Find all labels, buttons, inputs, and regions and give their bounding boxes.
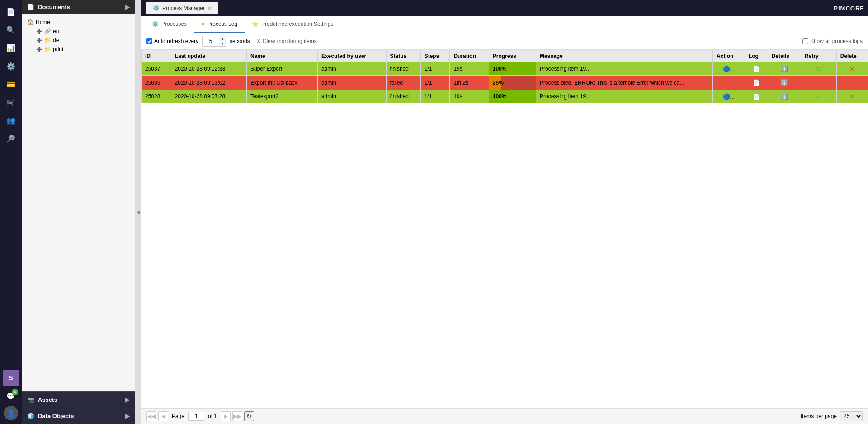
first-page-button[interactable]: ◀◀ bbox=[146, 411, 156, 421]
clear-label: Clear monitoring items bbox=[263, 38, 317, 44]
prev-page-button[interactable]: ◀ bbox=[158, 411, 168, 421]
sidebar-icon-search[interactable]: 🔍 bbox=[3, 22, 19, 38]
cell-log: 📄 bbox=[745, 62, 768, 76]
action-view-icon[interactable]: 🔵... bbox=[724, 64, 733, 73]
tree-children: ➕ 🔗 en ➕ 📁 de ➕ 📁 print bbox=[25, 27, 132, 54]
show-all-checkbox[interactable] bbox=[802, 38, 808, 44]
left-sidebar: 📄 🔍 📊 ⚙️ 💳 🛒 👥 🔎 S 💬 4 👤 bbox=[0, 0, 22, 424]
page-input[interactable] bbox=[188, 412, 204, 421]
log-icon[interactable]: 📄 bbox=[752, 92, 761, 101]
cell-message: Processing item 19... bbox=[536, 90, 713, 103]
tree-item-home[interactable]: 🏠 Home bbox=[25, 18, 132, 27]
sub-tab-predefined[interactable]: ⭐ Predefined execution Settings bbox=[245, 16, 340, 33]
retry-icon[interactable]: ↻ bbox=[814, 64, 823, 73]
action-icon[interactable] bbox=[724, 77, 733, 86]
cell-steps: 1/1 bbox=[420, 76, 450, 90]
content-area: ⚙️ Processes ■ Process Log ⭐ Predefined … bbox=[141, 16, 868, 424]
folder-icon-print: 📁 bbox=[44, 46, 51, 52]
delete-icon[interactable]: ✕ bbox=[848, 92, 857, 101]
tree-item-print[interactable]: ➕ 📁 print bbox=[34, 45, 132, 54]
refresh-interval-input[interactable] bbox=[203, 37, 219, 45]
tree-item-de[interactable]: ➕ 📁 de bbox=[34, 36, 132, 45]
retry-icon[interactable]: ↻ bbox=[814, 92, 823, 101]
next-page-button[interactable]: ▶ bbox=[221, 411, 231, 421]
auto-refresh-checkbox-wrap[interactable]: Auto refresh every bbox=[146, 38, 198, 44]
sidebar-icon-chat[interactable]: 💬 4 bbox=[3, 388, 19, 404]
log-icon[interactable]: 📄 bbox=[752, 64, 761, 73]
assets-panel[interactable]: 📷 Assets ▶ bbox=[22, 391, 135, 408]
spin-up-button[interactable]: ▲ bbox=[219, 36, 226, 41]
process-table: ID Last update Name Executed by user Sta… bbox=[141, 50, 868, 103]
assets-label: Assets bbox=[38, 396, 57, 403]
auto-refresh-checkbox[interactable] bbox=[146, 38, 152, 44]
data-objects-panel[interactable]: 🧊 Data Objects ▶ bbox=[22, 408, 135, 424]
cell-id: 25028 bbox=[142, 90, 171, 103]
assets-arrow: ▶ bbox=[125, 396, 130, 403]
cell-executed-by: admin bbox=[317, 76, 386, 90]
folder-icon-de: 📁 bbox=[44, 37, 51, 43]
tree-item-en-label: en bbox=[53, 28, 59, 34]
cell-delete: ✕ bbox=[836, 76, 868, 90]
cell-message: Processing item 19... bbox=[536, 62, 713, 76]
details-icon[interactable]: ℹ️ bbox=[780, 64, 789, 73]
link-icon-en: 🔗 bbox=[44, 28, 51, 34]
clear-monitoring-button[interactable]: ✕ Clear monitoring items bbox=[254, 37, 320, 45]
cell-id: 25037 bbox=[142, 62, 171, 76]
processes-icon: ⚙️ bbox=[152, 21, 159, 27]
tab-process-manager[interactable]: ⚙️ Process Manager ✕ bbox=[146, 2, 218, 14]
spin-down-button[interactable]: ▼ bbox=[219, 41, 226, 46]
log-icon[interactable]: 📄 bbox=[752, 78, 761, 87]
home-icon: 🏠 bbox=[27, 19, 34, 25]
action-view-icon[interactable]: 🔵... bbox=[724, 92, 733, 101]
cell-last-update: 2020-10-28 09:13:02 bbox=[171, 76, 246, 90]
cell-retry: ↻ → bbox=[801, 76, 837, 90]
details-icon[interactable]: ℹ️ bbox=[780, 92, 789, 101]
sidebar-icon-search2[interactable]: 🔎 bbox=[3, 130, 19, 147]
per-page-select[interactable]: 25 50 100 bbox=[840, 411, 863, 421]
of-label: of 1 bbox=[208, 413, 217, 419]
process-manager-tab-close[interactable]: ✕ bbox=[208, 5, 212, 11]
sidebar-icon-plugin[interactable]: S bbox=[3, 370, 19, 386]
sidebar-icon-settings[interactable]: ⚙️ bbox=[3, 58, 19, 74]
tab-bar: ⚙️ Process Manager ✕ bbox=[145, 2, 834, 14]
delete-icon[interactable]: ✕ bbox=[848, 64, 857, 73]
table-row: 25035 2020-10-28 09:13:02 Export mit Cal… bbox=[142, 76, 868, 90]
file-panel-arrow[interactable]: ▶ bbox=[125, 4, 130, 10]
top-bar: ⚙️ Process Manager ✕ PIMCORE bbox=[141, 0, 868, 16]
cell-message: Process died. ERROR: This is a terrible … bbox=[536, 76, 713, 90]
cell-duration: 1m 2s bbox=[450, 76, 489, 90]
details-icon[interactable]: ℹ️ bbox=[780, 78, 789, 87]
table-row: 25037 2020-10-28 09:12:33 Super Export a… bbox=[142, 62, 868, 76]
col-status: Status bbox=[386, 50, 420, 62]
sidebar-icon-ecommerce[interactable]: 💳 bbox=[3, 76, 19, 92]
cell-progress: 25% bbox=[489, 76, 536, 90]
sidebar-icon-analytics[interactable]: 📊 bbox=[3, 40, 19, 56]
processes-label: Processes bbox=[161, 21, 187, 27]
sidebar-icon-users[interactable]: 👥 bbox=[3, 112, 19, 129]
process-log-label: Process Log bbox=[207, 21, 237, 27]
file-panel-header: 📄 Documents ▶ bbox=[22, 0, 135, 14]
col-steps: Steps bbox=[420, 50, 450, 62]
file-panel-title: Documents bbox=[38, 4, 70, 10]
refresh-button[interactable]: ↻ bbox=[244, 411, 254, 421]
sidebar-icon-documents[interactable]: 📄 bbox=[3, 4, 19, 20]
stop-icon[interactable]: → bbox=[820, 78, 829, 87]
chat-badge-count: 4 bbox=[12, 389, 18, 395]
sub-tabs: ⚙️ Processes ■ Process Log ⭐ Predefined … bbox=[141, 16, 868, 33]
grid-area: ID Last update Name Executed by user Sta… bbox=[141, 50, 868, 408]
cell-status: failed bbox=[386, 76, 420, 90]
sidebar-icon-cart[interactable]: 🛒 bbox=[3, 94, 19, 110]
col-message: Message bbox=[536, 50, 713, 62]
retry-icon[interactable]: ↻ bbox=[809, 78, 818, 87]
collapse-handle[interactable]: ◀ bbox=[136, 0, 141, 424]
sub-tab-process-log[interactable]: ■ Process Log bbox=[194, 16, 245, 33]
sub-tab-processes[interactable]: ⚙️ Processes bbox=[145, 16, 194, 33]
last-page-button[interactable]: ▶▶ bbox=[232, 411, 242, 421]
col-details: Details bbox=[768, 50, 801, 62]
user-avatar[interactable]: 👤 bbox=[4, 406, 18, 420]
tree-item-en[interactable]: ➕ 🔗 en bbox=[34, 27, 132, 36]
cell-progress: 100% bbox=[489, 90, 536, 103]
cell-name: Export mit Callback bbox=[247, 76, 318, 90]
seconds-label: seconds bbox=[230, 38, 250, 44]
delete-icon[interactable]: ✕ bbox=[848, 78, 857, 87]
